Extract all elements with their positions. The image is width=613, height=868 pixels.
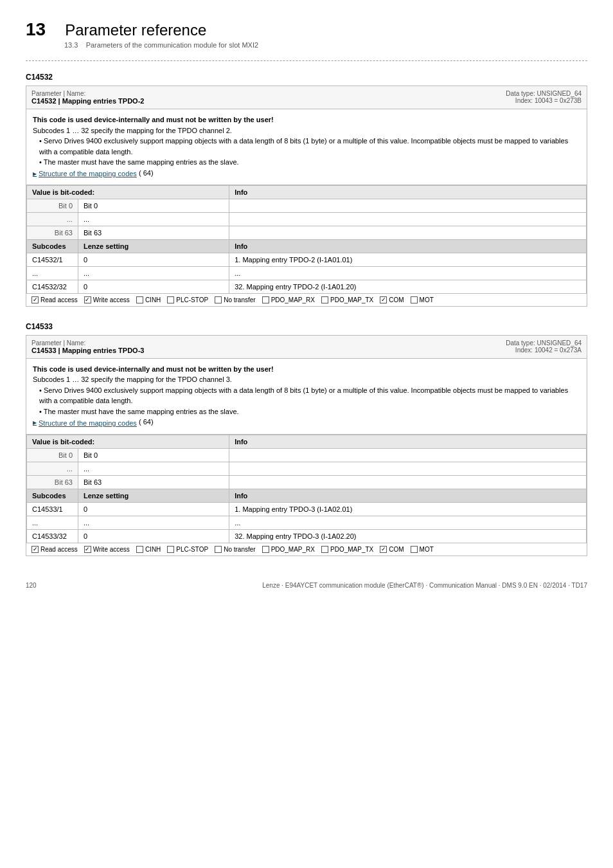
- c14532-com: COM: [380, 296, 404, 303]
- c14532-mot-checkbox: [411, 296, 418, 303]
- c14533-sub1-info: 1. Mapping entry TPDO-3 (I-1A02.01): [229, 502, 587, 516]
- c14532-ellipsis-value: ...: [78, 212, 229, 226]
- c14532-mapping-link[interactable]: Structure of the mapping codes: [33, 168, 137, 179]
- table-row: ... ... ...: [27, 516, 587, 529]
- c14532-subcode-header: Subcodes Lenze setting Info: [27, 239, 587, 253]
- c14533-ellipsis-value: ...: [78, 462, 229, 475]
- c14532-pdo-map-rx: PDO_MAP_RX: [262, 296, 315, 303]
- c14532-datatype: Data type: UNSIGNED_64 Index: 10043 = 0x…: [506, 90, 582, 104]
- c14533-name-value: C14533 | Mapping entries TPDO-3: [31, 347, 144, 354]
- c14533-label: C14533: [26, 322, 587, 331]
- table-row: Bit 0 Bit 0: [27, 199, 587, 212]
- c14533-header: Parameter | Name: C14533 | Mapping entri…: [26, 336, 587, 359]
- c14532-sub32-lenze: 0: [78, 280, 229, 293]
- c14533-bit63-info: [229, 475, 587, 489]
- c14532-info-th: Info: [229, 239, 587, 253]
- doc-info: Lenze · E94AYCET communication module (E…: [262, 582, 587, 589]
- c14532-ellipsis-info: [229, 212, 587, 226]
- c14532-name-label: Parameter | Name:: [31, 90, 144, 97]
- section-ref: 13.3 Parameters of the communication mod…: [64, 41, 587, 49]
- c14533-name-group: Parameter | Name: C14533 | Mapping entri…: [31, 339, 144, 354]
- c14532-com-checkbox: [380, 296, 387, 303]
- c14533-pdomaprx-checkbox: [262, 546, 269, 553]
- page-number: 120: [26, 582, 37, 589]
- table-row: ... ... ...: [27, 266, 587, 280]
- c14532-bit-table: Value is bit-coded: Info Bit 0 Bit 0 ...…: [26, 185, 587, 294]
- c14533-pdomaptx-checkbox: [321, 546, 328, 553]
- table-row: Bit 63 Bit 63: [27, 226, 587, 239]
- c14533-name-label: Parameter | Name:: [31, 339, 144, 347]
- c14532-plcstop-checkbox: [167, 296, 174, 303]
- c14532-sub1-code: C14532/1: [27, 253, 78, 266]
- c14532-ellipsis-label: ...: [27, 212, 78, 226]
- c14533-subcode-th: Subcodes: [27, 489, 78, 502]
- table-row: C14532/1 0 1. Mapping entry TPDO-2 (I-1A…: [27, 253, 587, 266]
- c14532-write-access: Write access: [84, 296, 130, 303]
- c14533-ellipsis2-lenze: ...: [78, 516, 229, 529]
- c14533-write-access: Write access: [84, 546, 130, 553]
- chapter-number: 13: [26, 19, 46, 40]
- c14532-ellipsis2-lenze: ...: [78, 266, 229, 280]
- c14533-plc-stop: PLC-STOP: [167, 546, 208, 553]
- c14533-mot-checkbox: [411, 546, 418, 553]
- c14533-notransfer-checkbox: [215, 546, 222, 553]
- c14533-lenze-th: Lenze setting: [78, 489, 229, 502]
- c14532-bit-header-col1: Value is bit-coded:: [27, 185, 229, 199]
- c14532-name-group: Parameter | Name: C14532 | Mapping entri…: [31, 90, 144, 105]
- c14532-read-access: Read access: [31, 296, 78, 303]
- c14532-plc-stop: PLC-STOP: [167, 296, 208, 303]
- c14533-com: COM: [380, 546, 404, 553]
- c14532-bit63-info: [229, 226, 587, 239]
- c14532-description: This code is used device-internally and …: [26, 109, 587, 185]
- c14533-bit63-label: Bit 63: [27, 475, 78, 489]
- c14533-ellipsis2-code: ...: [27, 516, 78, 529]
- c14533-sub32-code: C14533/32: [27, 529, 78, 543]
- c14532-no-transfer: No transfer: [215, 296, 255, 303]
- c14532-bit63-label: Bit 63: [27, 226, 78, 239]
- c14532-mot: MOT: [411, 296, 434, 303]
- c14532-bit0-info: [229, 199, 587, 212]
- c14532-pdomaptx-checkbox: [321, 296, 328, 303]
- c14532-bit0-label: Bit 0: [27, 199, 78, 212]
- c14533-bit-table: Value is bit-coded: Info Bit 0 Bit 0 ...…: [26, 435, 587, 543]
- c14532-write-checkbox: [84, 296, 91, 303]
- table-row: C14532/32 0 32. Mapping entry TPDO-2 (I-…: [27, 280, 587, 293]
- c14532-footer: Read access Write access CINH PLC-STOP N…: [26, 294, 587, 306]
- c14532-notransfer-checkbox: [215, 296, 222, 303]
- c14532-cinh-checkbox: [136, 296, 143, 303]
- c14533-block: Parameter | Name: C14533 | Mapping entri…: [26, 335, 587, 556]
- c14533-pdo-map-rx: PDO_MAP_RX: [262, 546, 315, 553]
- c14533-ellipsis-label: ...: [27, 462, 78, 475]
- c14533-mapping-link[interactable]: Structure of the mapping codes: [33, 418, 137, 429]
- table-row: Bit 0 Bit 0: [27, 448, 587, 462]
- c14533-bit0-label: Bit 0: [27, 448, 78, 462]
- c14532-cinh: CINH: [136, 296, 161, 303]
- c14532-bit-header-info: Info: [229, 185, 587, 199]
- page-footer: 120 Lenze · E94AYCET communication modul…: [26, 582, 587, 589]
- c14533-datatype: Data type: UNSIGNED_64 Index: 10042 = 0x…: [506, 339, 582, 354]
- c14532-bit63-value: Bit 63: [78, 226, 229, 239]
- c14533-bit0-info: [229, 448, 587, 462]
- c14532-sub32-info: 32. Mapping entry TPDO-2 (I-1A01.20): [229, 280, 587, 293]
- c14533-mot: MOT: [411, 546, 434, 553]
- c14533-cinh-checkbox: [136, 546, 143, 553]
- c14533-sub1-lenze: 0: [78, 502, 229, 516]
- c14532-header: Parameter | Name: C14532 | Mapping entri…: [26, 86, 587, 109]
- section-divider: [26, 60, 587, 61]
- chapter-title: Parameter reference: [65, 21, 206, 39]
- c14533-info-th: Info: [229, 489, 587, 502]
- header-top: 13 Parameter reference: [26, 19, 587, 40]
- c14533-sub32-info: 32. Mapping entry TPDO-3 (I-1A02.20): [229, 529, 587, 543]
- c14533-sub1-code: C14533/1: [27, 502, 78, 516]
- c14533-bullets: Servo Drives 9400 exclusively support ma…: [39, 385, 580, 417]
- c14532-read-checkbox: [31, 296, 39, 303]
- c14532-pdo-map-tx: PDO_MAP_TX: [321, 296, 373, 303]
- c14533-write-checkbox: [84, 546, 91, 553]
- c14533-bit63-value: Bit 63: [78, 475, 229, 489]
- c14532-ellipsis2-info: ...: [229, 266, 587, 280]
- c14532-pdomaprx-checkbox: [262, 296, 269, 303]
- c14533-pdo-map-tx: PDO_MAP_TX: [321, 546, 373, 553]
- c14532-lenze-th: Lenze setting: [78, 239, 229, 253]
- c14533-footer: Read access Write access CINH PLC-STOP N…: [26, 543, 587, 556]
- table-row: Bit 63 Bit 63: [27, 475, 587, 489]
